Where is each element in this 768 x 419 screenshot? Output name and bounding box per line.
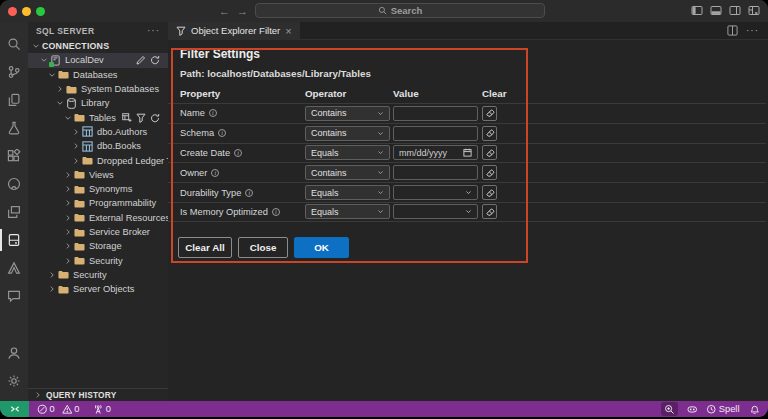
tree-item-service-broker[interactable]: Service Broker: [28, 225, 168, 239]
operator-dropdown[interactable]: Contains: [305, 126, 390, 141]
value-input[interactable]: [393, 106, 478, 121]
customize-layout-icon[interactable]: [748, 5, 760, 16]
history-forward-icon[interactable]: →: [237, 4, 248, 18]
ok-button[interactable]: OK: [294, 237, 349, 258]
clear-row-button[interactable]: [482, 126, 497, 141]
value-dropdown[interactable]: [393, 185, 478, 200]
tree-item-dropped-ledger-tables[interactable]: Dropped Ledger Tables: [28, 153, 168, 167]
clear-row-button[interactable]: [482, 145, 497, 160]
split-editor-icon[interactable]: [727, 25, 738, 36]
copilot-status[interactable]: [687, 404, 698, 415]
title-bar: ← → Search: [0, 0, 768, 22]
extensions-icon[interactable]: [0, 142, 28, 170]
date-input[interactable]: mm/dd/yyyy: [393, 145, 478, 160]
tree-item-databases[interactable]: Databases: [28, 68, 168, 82]
tree-item-system-databases[interactable]: System Databases: [28, 82, 168, 96]
tab-strip-actions: ···: [727, 25, 768, 36]
tree-item-dbo-authors[interactable]: dbo.Authors: [28, 125, 168, 139]
tree-item-security-db[interactable]: Security: [28, 253, 168, 267]
clear-row-button[interactable]: [482, 185, 497, 200]
new-table-icon[interactable]: [122, 113, 132, 123]
calendar-icon[interactable]: [463, 148, 472, 157]
app-window: ← → Search: [0, 0, 768, 417]
search-icon[interactable]: [0, 30, 28, 58]
operator-dropdown[interactable]: Contains: [305, 165, 390, 180]
sidebar-header: SQL SERVER ···: [28, 22, 168, 39]
operator-dropdown[interactable]: Contains: [305, 106, 390, 121]
window-maximize-button[interactable]: [36, 7, 45, 16]
layout-controls: [691, 5, 760, 16]
warning-icon: [62, 404, 73, 415]
copy-files-icon[interactable]: [0, 86, 28, 114]
filter-icon: [176, 26, 186, 36]
tree-item-programmability[interactable]: Programmability: [28, 196, 168, 210]
operator-dropdown[interactable]: Equals: [305, 145, 390, 160]
info-icon: i: [211, 169, 219, 177]
tree-item-security-server[interactable]: Security: [28, 268, 168, 282]
more-actions-icon[interactable]: ···: [746, 28, 759, 34]
tree-item-tables[interactable]: Tables: [28, 110, 168, 124]
tree-item-synonyms[interactable]: Synonyms: [28, 182, 168, 196]
edit-pencil-icon[interactable]: [136, 55, 146, 65]
tree-item-localdev[interactable]: LocalDev: [28, 53, 168, 67]
sidebar-title: SQL SERVER: [36, 26, 94, 36]
window-close-button[interactable]: [8, 7, 17, 16]
beaker-icon[interactable]: [0, 114, 28, 142]
zoom-status[interactable]: [661, 402, 678, 416]
remote-explorer-icon[interactable]: [0, 198, 28, 226]
tree-section-connections[interactable]: CONNECTIONS: [28, 39, 168, 53]
refresh-icon[interactable]: [150, 113, 160, 123]
chat-icon[interactable]: [0, 282, 28, 310]
account-icon[interactable]: [0, 339, 28, 367]
warning-count: 0: [74, 404, 79, 414]
sql-server-icon[interactable]: [0, 226, 28, 254]
value-dropdown[interactable]: [393, 204, 478, 219]
value-input[interactable]: [393, 165, 478, 180]
toggle-primary-sidebar-icon[interactable]: [691, 5, 703, 16]
folder-icon: [74, 169, 85, 180]
window-minimize-button[interactable]: [22, 7, 31, 16]
spell-checker-icon: [706, 404, 717, 415]
clear-row-button[interactable]: [482, 165, 497, 180]
value-input[interactable]: [393, 126, 478, 141]
clear-row-button[interactable]: [482, 106, 497, 121]
toggle-panel-icon[interactable]: [710, 5, 722, 16]
azure-icon[interactable]: [0, 254, 28, 282]
refresh-icon[interactable]: [150, 55, 160, 65]
spell-checker-status[interactable]: Spell: [706, 404, 739, 415]
ports-status[interactable]: 0: [93, 404, 111, 415]
clear-row-button[interactable]: [482, 204, 497, 219]
search-icon: [378, 6, 387, 15]
operator-dropdown[interactable]: Equals: [305, 185, 390, 200]
remote-indicator[interactable]: [0, 401, 29, 417]
toggle-secondary-sidebar-icon[interactable]: [729, 5, 741, 16]
tree-item-library[interactable]: Library: [28, 96, 168, 110]
chevron-down-icon: [40, 56, 48, 64]
close-button[interactable]: Close: [238, 237, 288, 258]
chevron-right-icon: [72, 142, 80, 150]
tab-close-icon[interactable]: ×: [285, 26, 291, 36]
info-icon: i: [209, 109, 217, 117]
tree-item-server-objects[interactable]: Server Objects: [28, 282, 168, 296]
folder-icon: [74, 255, 85, 266]
tree-item-external-resources[interactable]: External Resources: [28, 211, 168, 225]
source-control-icon[interactable]: [0, 58, 28, 86]
tree-item-storage[interactable]: Storage: [28, 239, 168, 253]
clear-all-button[interactable]: Clear All: [178, 237, 232, 258]
settings-gear-icon[interactable]: [0, 367, 28, 395]
filter-row-name: Namei Contains: [168, 103, 766, 123]
problems-status[interactable]: 0 0: [37, 404, 79, 415]
more-actions-icon[interactable]: ···: [147, 28, 160, 34]
operator-dropdown[interactable]: Equals: [305, 204, 390, 219]
history-back-icon[interactable]: ←: [219, 4, 230, 18]
tab-object-explorer-filter[interactable]: Object Explorer Filter ×: [168, 22, 300, 40]
status-bar-right: Spell: [661, 402, 768, 416]
command-center-search[interactable]: Search: [255, 3, 545, 18]
github-icon[interactable]: [0, 170, 28, 198]
tree-item-views[interactable]: Views: [28, 168, 168, 182]
tree-item-dbo-books[interactable]: dbo.Books: [28, 139, 168, 153]
filter-icon[interactable]: [136, 113, 146, 123]
query-history-section[interactable]: QUERY HISTORY: [28, 388, 168, 401]
notifications-status[interactable]: [749, 404, 760, 415]
chevron-down-icon: [377, 169, 384, 176]
